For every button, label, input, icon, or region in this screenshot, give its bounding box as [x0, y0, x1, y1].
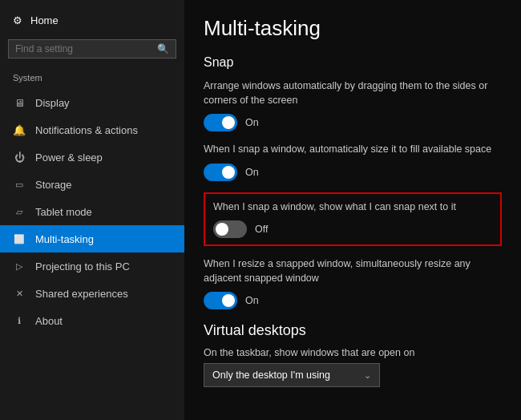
sidebar-home-label: Home	[30, 14, 59, 26]
snap-setting-4: When I resize a snapped window, simultan…	[204, 257, 502, 309]
sidebar-item-multitasking-label: Multi-tasking	[35, 233, 94, 245]
sidebar-item-power[interactable]: ⏻ Power & sleep	[0, 143, 184, 171]
snap-toggle-4-label: On	[245, 295, 259, 306]
snap-setting-1-toggle-row: On	[204, 114, 502, 131]
tablet-icon: ▱	[13, 205, 26, 218]
snap-section-title: Snap	[204, 55, 502, 70]
shared-icon: ✕	[13, 287, 26, 300]
sidebar-item-projecting-label: Projecting to this PC	[35, 260, 130, 273]
sidebar-item-storage-label: Storage	[35, 179, 72, 191]
snap-toggle-1-label: On	[245, 117, 259, 128]
sidebar-item-tablet-label: Tablet mode	[35, 206, 92, 218]
sidebar-item-about-label: About	[35, 315, 63, 327]
taskbar-dropdown[interactable]: Only the desktop I'm using ⌄	[204, 363, 380, 387]
search-icon: 🔍	[157, 43, 169, 55]
snap-toggle-3-label: Off	[255, 224, 268, 235]
sidebar-item-about[interactable]: ℹ About	[0, 307, 184, 334]
sidebar-item-projecting[interactable]: ▷ Projecting to this PC	[0, 252, 184, 280]
snap-setting-3-toggle-row: Off	[213, 220, 492, 238]
about-icon: ℹ	[13, 314, 26, 327]
snap-toggle-1-thumb	[222, 116, 235, 129]
sidebar-item-shared-label: Shared experiences	[35, 288, 128, 300]
multitasking-icon: ⬜	[13, 232, 26, 245]
snap-toggle-3-thumb	[216, 223, 228, 236]
snap-toggle-2-thumb	[222, 166, 235, 179]
snap-toggle-3[interactable]	[213, 220, 247, 238]
taskbar-dropdown-label: On the taskbar, show windows that are op…	[204, 347, 502, 358]
snap-toggle-2[interactable]	[204, 164, 237, 181]
page-title: Multi-tasking	[204, 16, 502, 41]
snap-toggle-1[interactable]	[204, 114, 237, 131]
display-icon: 🖥	[13, 96, 26, 109]
home-icon: ⚙	[13, 14, 22, 26]
main-content: Multi-tasking Snap Arrange windows autom…	[184, 0, 521, 420]
chevron-down-icon: ⌄	[364, 370, 371, 381]
sidebar-item-multitasking[interactable]: ⬜ Multi-tasking	[0, 225, 184, 252]
snap-setting-1-description: Arrange windows automatically by draggin…	[204, 79, 502, 107]
snap-toggle-4[interactable]	[204, 292, 237, 309]
sidebar-item-storage[interactable]: ▭ Storage	[0, 171, 184, 198]
sidebar-item-power-label: Power & sleep	[35, 151, 103, 164]
sidebar-item-tablet[interactable]: ▱ Tablet mode	[0, 198, 184, 225]
projecting-icon: ▷	[13, 260, 26, 273]
snap-setting-2-description: When I snap a window, automatically size…	[204, 143, 502, 157]
sidebar-item-display[interactable]: 🖥 Display	[0, 89, 184, 116]
search-input[interactable]	[15, 43, 152, 55]
notifications-icon: 🔔	[13, 123, 26, 136]
taskbar-dropdown-wrapper: On the taskbar, show windows that are op…	[204, 347, 502, 387]
sidebar: ⚙ Home 🔍 System 🖥 Display 🔔 Notification…	[0, 0, 184, 420]
storage-icon: ▭	[13, 178, 26, 191]
snap-toggle-4-thumb	[222, 294, 235, 307]
snap-setting-4-description: When I resize a snapped window, simultan…	[204, 257, 502, 285]
snap-setting-3-highlighted: When I snap a window, show what I can sn…	[204, 192, 502, 247]
taskbar-dropdown-value: Only the desktop I'm using	[212, 370, 330, 381]
sidebar-item-notifications[interactable]: 🔔 Notifications & actions	[0, 116, 184, 143]
sidebar-item-display-label: Display	[35, 97, 70, 109]
snap-setting-3-description: When I snap a window, show what I can sn…	[213, 200, 492, 215]
snap-toggle-2-label: On	[245, 167, 259, 178]
snap-setting-2-toggle-row: On	[204, 164, 502, 181]
snap-setting-4-toggle-row: On	[204, 292, 502, 309]
virtual-desktops-title: Virtual desktops	[204, 322, 502, 339]
search-box[interactable]: 🔍	[8, 39, 176, 59]
snap-setting-1: Arrange windows automatically by draggin…	[204, 79, 502, 131]
system-section-label: System	[0, 70, 184, 89]
sidebar-home-item[interactable]: ⚙ Home	[0, 6, 184, 34]
sidebar-item-notifications-label: Notifications & actions	[35, 124, 138, 136]
power-icon: ⏻	[13, 151, 26, 164]
snap-setting-2: When I snap a window, automatically size…	[204, 143, 502, 181]
sidebar-item-shared[interactable]: ✕ Shared experiences	[0, 280, 184, 307]
